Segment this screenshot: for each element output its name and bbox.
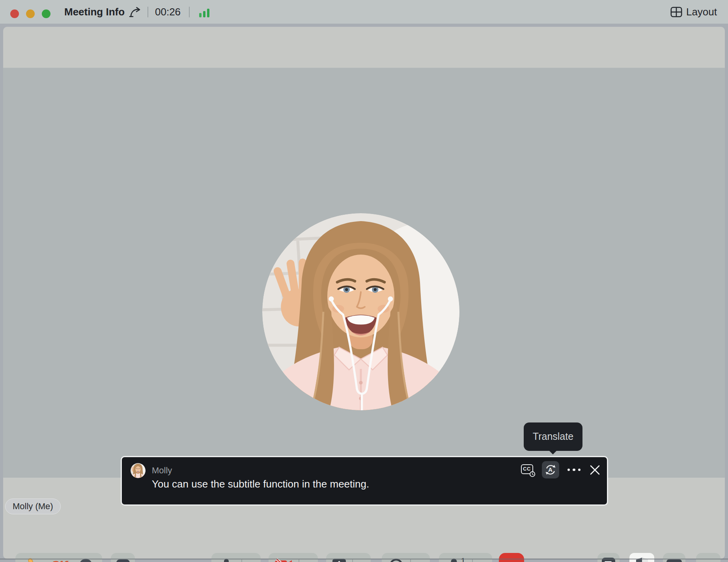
more-options-button[interactable] xyxy=(696,553,721,562)
translate-tooltip: Translate xyxy=(524,422,582,451)
participant-avatar-image xyxy=(262,213,459,410)
zoom-window-button[interactable] xyxy=(42,9,50,18)
close-icon xyxy=(590,465,600,475)
translate-letter: A xyxy=(542,461,559,478)
hangup-icon xyxy=(503,560,520,562)
divider xyxy=(410,559,411,562)
camera-button-group xyxy=(269,553,318,562)
meeting-window: { "titlebar": { "title": "Meeting Info",… xyxy=(0,0,728,562)
subtitle-text: You can use the subtitle function in the… xyxy=(152,478,369,490)
subtitle-close-button[interactable] xyxy=(589,461,601,478)
share-meeting-icon[interactable] xyxy=(128,6,143,19)
meeting-notes-button[interactable] xyxy=(597,553,620,562)
divider xyxy=(241,559,242,562)
meeting-timer: 00:26 xyxy=(155,0,181,24)
close-window-button[interactable] xyxy=(10,9,19,18)
subtitle-speaker-name: Molly xyxy=(152,465,172,476)
chat-button[interactable] xyxy=(111,553,135,562)
notes-icon xyxy=(601,557,616,562)
layout-grid-icon xyxy=(670,7,682,17)
divider xyxy=(472,559,473,562)
reactions-group: OK xyxy=(15,553,102,562)
meeting-title: Meeting Info xyxy=(64,0,125,24)
subtitle-speaker-avatar xyxy=(131,463,146,478)
titlebar-divider xyxy=(189,7,190,17)
divider xyxy=(352,559,353,562)
network-signal-icon xyxy=(198,6,212,19)
participant-name-badge: Molly (Me) xyxy=(5,499,61,514)
subtitle-history-button[interactable]: CC xyxy=(521,464,534,476)
participants-button-group: 1 xyxy=(439,553,492,562)
layout-button-label: Layout xyxy=(686,6,717,18)
divider xyxy=(299,559,299,562)
minimize-window-button[interactable] xyxy=(26,9,35,18)
participant-video-tile: Molly (Me) xyxy=(3,68,725,478)
subtitle-bar: Molly You can use the subtitle function … xyxy=(121,456,608,506)
clock-badge-icon xyxy=(529,471,536,477)
microphone-button-group xyxy=(211,553,261,562)
subtitle-more-button[interactable] xyxy=(567,461,582,478)
subtitles-button[interactable]: CC xyxy=(663,553,685,562)
titlebar-divider xyxy=(147,7,148,17)
screen-share-button-group xyxy=(326,553,371,562)
security-button[interactable] xyxy=(629,553,654,562)
window-bottom-edge xyxy=(0,558,728,560)
record-button-group xyxy=(382,553,430,562)
translate-button[interactable]: A xyxy=(542,461,559,478)
title-bar: Meeting Info 00:26 Layout xyxy=(0,0,728,24)
layout-button[interactable]: Layout xyxy=(670,0,717,24)
leave-meeting-button[interactable] xyxy=(499,553,524,562)
